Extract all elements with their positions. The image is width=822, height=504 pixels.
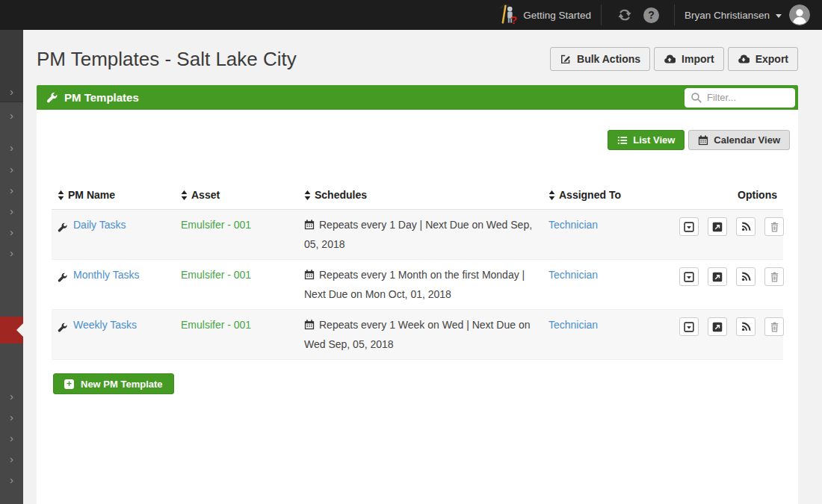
list-icon [617, 135, 628, 146]
share-square-icon [712, 222, 723, 232]
help-button[interactable]: ? [643, 7, 659, 23]
expand-row-button[interactable] [679, 267, 699, 286]
pm-templates-table: PM Name Asset Schedules Assigned To [52, 183, 783, 360]
pm-name-link[interactable]: Weekly Tasks [73, 316, 137, 334]
chevron-down-icon [776, 14, 782, 18]
pm-name-link[interactable]: Monthly Tasks [73, 266, 139, 284]
calendar-view-button[interactable]: Calendar View [688, 130, 790, 150]
getting-started-link[interactable]: ? Getting Started [498, 2, 591, 28]
chevron-right-icon: › [10, 452, 13, 465]
table-header-row: PM Name Asset Schedules Assigned To [52, 183, 783, 210]
active-item-notch [16, 323, 23, 337]
sidebar: › › › › › › › › › › › › › [0, 30, 23, 504]
delete-button[interactable] [764, 267, 784, 286]
sidebar-nav-item[interactable]: › [0, 107, 23, 125]
panel-body: List View Calendar View [37, 110, 798, 504]
filter-input[interactable] [685, 88, 795, 108]
expand-row-button[interactable] [679, 217, 699, 236]
schedule-text: Repeats every 1 Week on Wed | Next Due o… [304, 319, 531, 350]
panel-title: PM Templates [46, 91, 139, 104]
user-avatar[interactable] [789, 4, 810, 25]
options-cell [673, 210, 790, 259]
sidebar-nav-item[interactable]: › [0, 471, 23, 489]
assigned-to-link[interactable]: Technician [548, 319, 598, 331]
rss-icon [741, 222, 751, 231]
pm-name-link[interactable]: Daily Tasks [73, 216, 126, 234]
header-asset[interactable]: Asset [175, 183, 298, 209]
sidebar-top-section: › [0, 30, 23, 102]
chevron-right-icon: › [10, 205, 13, 217]
caret-square-down-icon [684, 222, 694, 232]
header-assigned-to[interactable]: Assigned To [543, 183, 673, 209]
asset-cell: Emulsifer - 001 [175, 310, 298, 359]
delete-button[interactable] [764, 217, 784, 236]
schedule-cell: Repeats every 1 Week on Wed | Next Due o… [298, 310, 543, 359]
user-name: Bryan Christiansen [685, 10, 770, 21]
assigned-to-link[interactable]: Technician [548, 219, 598, 231]
sidebar-nav-item[interactable]: › [0, 181, 23, 199]
refresh-button[interactable] [616, 7, 633, 23]
page-actions: Bulk Actions Import Export [550, 47, 798, 71]
new-pm-template-button[interactable]: + New PM Template [53, 373, 174, 394]
sidebar-nav-item[interactable]: › [0, 244, 23, 262]
wrench-icon [46, 92, 58, 103]
chevron-right-icon: › [10, 109, 13, 122]
open-template-button[interactable] [708, 217, 727, 236]
header-pm-name[interactable]: PM Name [52, 183, 175, 209]
chevron-right-icon: › [10, 473, 13, 486]
bulk-actions-label: Bulk Actions [577, 53, 640, 65]
header-schedules[interactable]: Schedules [298, 183, 543, 209]
sidebar-nav-item[interactable]: › [0, 429, 23, 447]
schedule-cell: Repeats every 1 Month on the first Monda… [298, 260, 543, 309]
list-view-button[interactable]: List View [608, 130, 685, 150]
export-button[interactable]: Export [728, 47, 798, 71]
rss-icon [741, 322, 751, 332]
schedule-text: Repeats every 1 Month on the first Monda… [304, 269, 525, 300]
caret-square-down-icon [684, 322, 694, 332]
import-button[interactable]: Import [654, 47, 724, 71]
sidebar-nav-item[interactable]: › [0, 408, 23, 426]
assigned-to-link[interactable]: Technician [548, 269, 598, 281]
open-template-button[interactable] [708, 317, 727, 336]
panel-heading: PM Templates [37, 85, 798, 110]
sidebar-nav-item[interactable]: › [0, 139, 23, 157]
sidebar-nav-item[interactable]: › [0, 223, 23, 241]
plus-square-icon: + [64, 379, 74, 389]
feed-button[interactable] [736, 267, 755, 286]
sidebar-nav-item[interactable]: › [0, 202, 23, 220]
chevron-right-icon: › [10, 390, 13, 402]
table-row: Daily Tasks Emulsifer - 001 Repeats ever… [52, 210, 783, 260]
help-icon: ? [643, 7, 659, 23]
page-header: PM Templates - Salt Lake City Bulk Actio… [37, 46, 798, 72]
delete-button[interactable] [764, 317, 784, 336]
chevron-right-icon: › [10, 85, 13, 98]
cloud-upload-icon [664, 53, 676, 65]
main-content: PM Templates - Salt Lake City Bulk Actio… [23, 30, 822, 504]
trash-icon [770, 222, 779, 232]
chevron-right-icon: › [10, 141, 13, 154]
calendar-view-label: Calendar View [714, 134, 780, 146]
expand-row-button[interactable] [679, 317, 699, 336]
getting-started-label: Getting Started [523, 10, 591, 21]
caret-square-down-icon [684, 272, 694, 282]
new-pm-template-label: New PM Template [81, 379, 163, 390]
trash-icon [770, 272, 779, 282]
user-menu[interactable]: Bryan Christiansen [685, 10, 782, 21]
sidebar-nav-item[interactable]: › [0, 161, 23, 178]
feed-button[interactable] [736, 317, 755, 336]
bulk-actions-button[interactable]: Bulk Actions [550, 47, 650, 71]
sidebar-nav-item[interactable]: › [0, 83, 23, 101]
feed-button[interactable] [736, 217, 755, 236]
sidebar-item-active[interactable] [0, 317, 23, 343]
table-row: Monthly Tasks Emulsifer - 001 Repeats ev… [52, 260, 783, 310]
assigned-cell: Technician [543, 310, 673, 359]
wrench-icon [58, 220, 67, 237]
open-template-button[interactable] [708, 267, 727, 286]
panel-title-label: PM Templates [64, 91, 139, 104]
sidebar-nav-item[interactable]: › [0, 450, 23, 468]
sidebar-nav-item[interactable]: › [0, 388, 23, 405]
assigned-cell: Technician [543, 260, 673, 309]
chevron-right-icon: › [10, 163, 13, 175]
asset-cell: Emulsifer - 001 [175, 210, 298, 259]
calendar-icon [698, 135, 708, 146]
